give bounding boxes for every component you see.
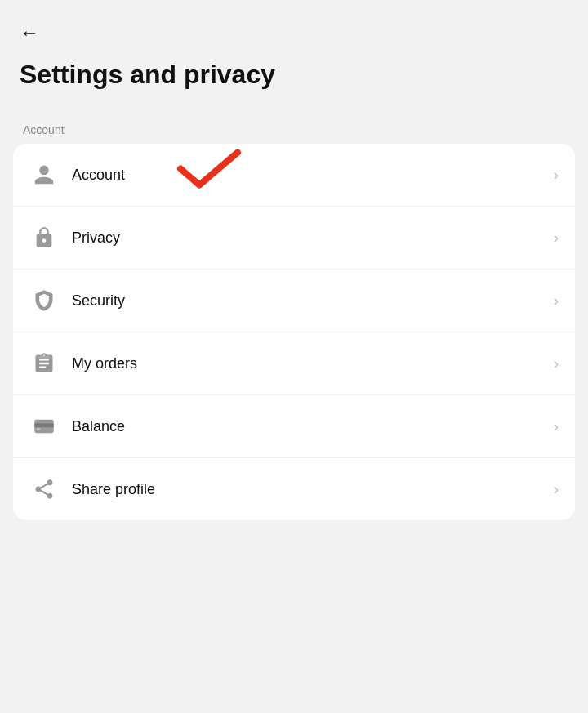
back-arrow-icon: ← <box>20 23 39 42</box>
share-profile-chevron: › <box>554 481 559 498</box>
privacy-icon <box>29 223 59 252</box>
page-header: ← Settings and privacy <box>0 0 588 123</box>
share-icon <box>29 475 59 504</box>
privacy-chevron: › <box>554 229 559 247</box>
menu-item-my-orders[interactable]: My orders › <box>13 332 575 395</box>
menu-item-account[interactable]: Account › <box>13 144 575 207</box>
menu-item-security[interactable]: Security › <box>13 270 575 332</box>
svg-rect-0 <box>38 356 50 359</box>
page-title: Settings and privacy <box>20 59 568 90</box>
account-label: Account <box>72 167 554 184</box>
account-chevron: › <box>554 167 559 184</box>
account-section: Account Account › <box>0 123 588 540</box>
menu-item-privacy[interactable]: Privacy › <box>13 207 575 270</box>
security-icon <box>29 286 59 315</box>
back-button[interactable]: ← <box>20 20 39 46</box>
svg-rect-3 <box>37 429 41 430</box>
account-icon <box>29 160 59 189</box>
menu-item-share-profile[interactable]: Share profile › <box>13 458 575 520</box>
svg-rect-2 <box>34 424 53 428</box>
privacy-label: Privacy <box>72 229 554 247</box>
orders-chevron: › <box>554 355 559 372</box>
security-label: Security <box>72 292 554 310</box>
balance-chevron: › <box>554 418 559 435</box>
orders-label: My orders <box>72 355 554 372</box>
share-profile-label: Share profile <box>72 481 554 498</box>
menu-card: Account › Privacy › <box>13 144 575 520</box>
balance-icon <box>29 412 59 441</box>
menu-item-balance[interactable]: Balance › <box>13 395 575 458</box>
section-label: Account <box>20 123 65 136</box>
balance-label: Balance <box>72 418 554 435</box>
security-chevron: › <box>554 292 559 310</box>
orders-icon <box>29 349 59 378</box>
